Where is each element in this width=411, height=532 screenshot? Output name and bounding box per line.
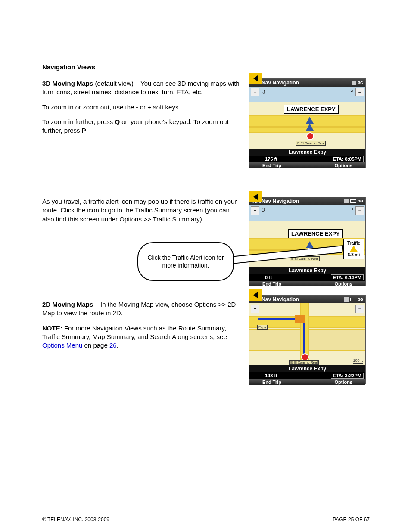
callout-bubble: Click the Traffic Alert icon for more in… — [137, 242, 234, 281]
signal-icon — [352, 81, 356, 85]
svg-marker-0 — [231, 246, 343, 264]
zoom-label-q: Q — [262, 89, 265, 94]
3d-moving-maps-paragraph: 3D Moving Maps (default view) – You can … — [42, 79, 240, 97]
note-paragraph: NOTE: For more Navigation Views such as … — [42, 324, 240, 350]
zoom-in-button[interactable]: + — [251, 206, 259, 215]
screenshot-2d-map: TeleNav Navigation 3G + − Expy E El Cami… — [249, 295, 366, 384]
zoom-label-p: P — [350, 208, 353, 212]
route-line — [303, 318, 305, 358]
menu-bar: End Trip Options — [249, 379, 365, 385]
page-footer: © TELENAV, INC. 2003-2009 PAGE 25 OF 67 — [42, 516, 370, 523]
screenshot-title-bar: TeleNav Navigation 3G — [249, 79, 365, 87]
zoom-key-p: P — [82, 127, 86, 134]
info-bar: 0 ft ETA: 6:13PM — [249, 274, 365, 281]
screenshot-3d-map: TeleNav Navigation 3G + − Q P LAWRENCE E… — [249, 78, 366, 168]
turn-left-icon — [249, 73, 262, 84]
screenshot-title-bar: TeleNav Navigation 3G — [249, 296, 365, 303]
direction-arrow-icon — [306, 117, 314, 124]
zoom-label-q: Q — [262, 208, 265, 212]
2d-moving-maps-label: 2D Moving Maps — [42, 301, 93, 308]
battery-icon — [350, 199, 356, 203]
zoom-note-2c: . — [86, 127, 88, 134]
traffic-alert-paragraph: As you travel, a traffic alert icon may … — [42, 197, 240, 224]
vehicle-icon — [306, 132, 314, 140]
street-sign-small: E El Camino Real — [289, 360, 319, 365]
zoom-in-button[interactable]: + — [251, 88, 259, 96]
warning-triangle-icon — [349, 246, 358, 252]
signal-icon — [344, 297, 349, 302]
options-button[interactable]: Options — [334, 380, 352, 385]
street-sign-small: Expy — [257, 325, 268, 330]
end-trip-button[interactable]: End Trip — [262, 281, 281, 286]
zoom-note-1: To zoom in or zoom out, use the - or + s… — [42, 103, 240, 112]
copyright-text: © TELENAV, INC. 2003-2009 — [42, 516, 109, 523]
zoom-note-2a: To zoom in further, press — [42, 118, 115, 125]
3d-moving-maps-label: 3D Moving Maps — [42, 80, 93, 87]
page-number: PAGE 25 OF 67 — [333, 516, 370, 523]
street-sign-main: LAWRENCE EXPY — [284, 105, 339, 114]
screenshot-traffic-alert: TeleNav Navigation 3G + − Q P LAWRENCE E… — [249, 197, 366, 286]
zoom-out-button[interactable]: − — [355, 88, 364, 96]
network-icon: 3G — [358, 81, 363, 85]
direction-arrow-icon — [306, 124, 314, 131]
street-name-bar: Lawrence Expy — [249, 149, 365, 156]
zoom-out-button[interactable]: − — [355, 305, 364, 313]
battery-icon — [350, 298, 356, 301]
traffic-alert-icon[interactable]: Traffic 6.3 mi — [343, 239, 364, 259]
distance-value: 193 ft — [265, 373, 277, 378]
traffic-distance: 6.3 mi — [348, 252, 360, 257]
options-button[interactable]: Options — [334, 163, 352, 168]
turn-indicator-icon — [295, 315, 305, 323]
street-name-bar: Lawrence Expy — [249, 365, 365, 372]
turn-left-icon — [249, 191, 262, 202]
menu-bar: End Trip Options — [249, 281, 365, 286]
eta-value: ETA: 8:05PM — [331, 156, 364, 162]
street-name-bar: Lawrence Expy — [249, 267, 365, 274]
end-trip-button[interactable]: End Trip — [262, 163, 281, 168]
distance-value: 0 ft — [265, 275, 272, 280]
zoom-label-p: P — [350, 89, 353, 94]
callout-text: Click the Traffic Alert icon for more in… — [145, 254, 226, 269]
note-body: For more Navigation Views such as the Ro… — [42, 324, 227, 340]
network-icon: 3G — [358, 199, 363, 203]
info-bar: 175 ft ETA: 8:05PM — [249, 156, 365, 162]
info-bar: 193 ft ETA: 3:22PM — [249, 372, 365, 379]
2d-moving-maps-paragraph: 2D Moving Maps – In the Moving Map view,… — [42, 300, 240, 318]
signal-icon — [344, 199, 349, 203]
navigation-views-heading: Navigation Views — [42, 63, 240, 72]
note-label: NOTE: — [42, 324, 62, 332]
status-icons: 3G — [344, 199, 363, 203]
zoom-in-button[interactable]: + — [251, 305, 259, 313]
page-link-26[interactable]: 26 — [109, 342, 117, 349]
traffic-label: Traffic — [347, 241, 360, 246]
eta-value: ETA: 6:13PM — [331, 274, 364, 280]
note-link-after: on page — [82, 342, 109, 349]
street-sign-main: LAWRENCE EXPY — [288, 229, 343, 238]
screenshot-title-bar: TeleNav Navigation 3G — [249, 197, 365, 205]
distance-value: 175 ft — [265, 156, 277, 162]
map-2d-canvas: + − Expy E El Camino Real 100 ft — [249, 303, 365, 365]
status-icons: 3G — [352, 81, 363, 85]
zoom-note-2: To zoom in further, press Q on your phon… — [42, 118, 240, 135]
zoom-key-q: Q — [115, 118, 120, 125]
options-menu-link[interactable]: Options Menu — [42, 342, 82, 349]
options-button[interactable]: Options — [334, 281, 352, 286]
zoom-out-button[interactable]: − — [355, 206, 364, 215]
callout-pointer — [231, 242, 344, 264]
street-sign-small: E El Camino Real — [296, 141, 326, 146]
note-end: . — [117, 342, 118, 349]
scale-label: 100 ft — [353, 358, 363, 364]
turn-left-icon — [249, 289, 262, 301]
menu-bar: End Trip Options — [249, 162, 365, 168]
map-3d-canvas: + − Q P LAWRENCE EXPY E El Camino Real — [249, 87, 365, 149]
network-icon: 3G — [358, 297, 363, 302]
status-icons: 3G — [344, 297, 363, 302]
eta-value: ETA: 3:22PM — [331, 373, 364, 379]
end-trip-button[interactable]: End Trip — [262, 380, 281, 385]
